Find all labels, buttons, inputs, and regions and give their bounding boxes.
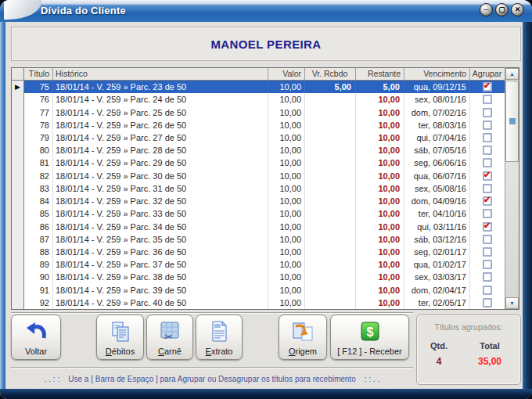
- maximize-button[interactable]: ▢: [495, 3, 509, 16]
- minimize-button[interactable]: ─: [480, 3, 493, 16]
- agrupar-checkbox[interactable]: [483, 120, 492, 130]
- cell-titulo: 80: [24, 144, 53, 156]
- header-titulo[interactable]: Título: [24, 68, 53, 80]
- table-row[interactable]: 76 18/01/14 - V. 259 » Parc. 24 de 50 10…: [12, 93, 505, 106]
- debitos-button[interactable]: Débitos: [96, 315, 144, 360]
- window-frame-bottom: [0, 389, 532, 399]
- header-vencimento[interactable]: Vencimento: [404, 68, 470, 80]
- table-row[interactable]: 80 18/01/14 - V. 259 » Parc. 28 de 50 10…: [12, 144, 505, 156]
- cell-restante: 10,00: [356, 233, 404, 246]
- cell-historico: 18/01/14 - V. 259 » Parc. 32 de 50: [53, 195, 268, 207]
- header-selector: [12, 68, 24, 80]
- client-name-panel: MANOEL PEREIRA: [11, 27, 521, 61]
- scrollbar-up-button[interactable]: ▲: [505, 68, 519, 80]
- header-historico[interactable]: Histórico: [53, 68, 268, 80]
- cell-vencimento: ter, 02/05/17: [404, 297, 470, 309]
- agrupar-checkbox[interactable]: [483, 146, 492, 155]
- agrupar-checkbox[interactable]: [483, 222, 492, 232]
- cell-historico: 18/01/14 - V. 259 » Parc. 36 de 50: [53, 246, 268, 258]
- agrupar-checkbox[interactable]: [483, 260, 492, 269]
- table-row[interactable]: 88 18/01/14 - V. 259 » Parc. 36 de 50 10…: [12, 246, 505, 258]
- agrupar-checkbox[interactable]: [483, 286, 492, 295]
- table-row[interactable]: 87 18/01/14 - V. 259 » Parc. 35 de 50 10…: [12, 233, 505, 246]
- agrupar-checkbox[interactable]: [483, 247, 492, 257]
- grid-header: Título Histórico Valor Vr. Rcbdo Restant…: [12, 68, 505, 81]
- cell-restante: 10,00: [356, 271, 404, 283]
- scrollbar-down-button[interactable]: ▼: [505, 297, 519, 309]
- cell-agrupar: [470, 207, 505, 220]
- agrupar-checkbox[interactable]: [483, 82, 492, 92]
- vertical-scrollbar[interactable]: ▲ ▼: [505, 68, 519, 309]
- voltar-button[interactable]: Voltar: [11, 315, 61, 360]
- cell-vr-rcbdo: [305, 271, 356, 283]
- table-row[interactable]: 77 18/01/14 - V. 259 » Parc. 25 de 50 10…: [12, 106, 505, 118]
- table-row[interactable]: 92 18/01/14 - V. 259 » Parc. 40 de 50 10…: [12, 297, 505, 309]
- titlebar[interactable]: Dívida do Cliente ─ ▢ ✕: [0, 0, 532, 22]
- cell-vr-rcbdo: [305, 195, 356, 207]
- table-row[interactable]: 82 18/01/14 - V. 259 » Parc. 30 de 50 10…: [12, 170, 505, 182]
- row-selector-cell: [12, 93, 24, 106]
- divida-do-cliente-window: Dívida do Cliente ─ ▢ ✕ MANOEL PEREIRA T…: [0, 0, 532, 399]
- agrupar-checkbox[interactable]: [483, 158, 492, 167]
- cell-vencimento: sáb, 03/12/16: [404, 233, 470, 246]
- status-divider: [11, 367, 413, 368]
- cell-vr-rcbdo: [305, 284, 356, 297]
- table-row[interactable]: 79 18/01/14 - V. 259 » Parc. 27 de 50 10…: [12, 131, 505, 144]
- table-row[interactable]: 86 18/01/14 - V. 259 » Parc. 34 de 50 10…: [12, 220, 505, 232]
- agrupar-checkbox[interactable]: [483, 171, 492, 181]
- table-row[interactable]: ▶ 75 18/01/14 - V. 259 » Parc. 23 de 50 …: [12, 81, 505, 93]
- cell-historico: 18/01/14 - V. 259 » Parc. 31 de 50: [53, 182, 268, 195]
- agrupar-checkbox[interactable]: [483, 298, 492, 307]
- cell-historico: 18/01/14 - V. 259 » Parc. 23 de 50: [53, 81, 268, 93]
- agrupar-checkbox[interactable]: [483, 235, 492, 244]
- table-row[interactable]: 89 18/01/14 - V. 259 » Parc. 37 de 50 10…: [12, 258, 505, 271]
- agrupar-checkbox[interactable]: [483, 196, 492, 206]
- header-valor[interactable]: Valor: [268, 68, 305, 80]
- cell-restante: 10,00: [356, 106, 404, 118]
- cell-agrupar: [470, 258, 505, 271]
- agrupar-checkbox[interactable]: [483, 95, 492, 104]
- cell-historico: 18/01/14 - V. 259 » Parc. 24 de 50: [53, 93, 268, 106]
- cell-titulo: 89: [24, 258, 53, 271]
- minimize-icon: ─: [483, 6, 488, 13]
- cell-valor: 10,00: [268, 246, 305, 258]
- scrollbar-thumb[interactable]: [505, 81, 519, 162]
- close-button[interactable]: ✕: [511, 3, 524, 16]
- cell-agrupar: [470, 144, 505, 156]
- agrupar-checkbox[interactable]: [483, 133, 492, 142]
- total-label: Total: [461, 341, 519, 350]
- cell-vr-rcbdo: [305, 258, 356, 271]
- cell-vencimento: qui, 03/11/16: [404, 220, 470, 232]
- carne-button[interactable]: ✂ Carnê: [146, 315, 193, 360]
- cell-agrupar: [470, 156, 505, 169]
- origem-button[interactable]: Origem: [279, 315, 327, 360]
- row-selector-cell: [12, 258, 24, 271]
- table-row[interactable]: 91 18/01/14 - V. 259 » Parc. 39 de 50 10…: [12, 284, 505, 297]
- total-value: 35,00: [461, 356, 519, 367]
- cell-agrupar: [470, 271, 505, 283]
- window-frame-left: [0, 22, 5, 399]
- agrupar-checkbox[interactable]: [483, 209, 492, 218]
- table-row[interactable]: 78 18/01/14 - V. 259 » Parc. 26 de 50 10…: [12, 119, 505, 131]
- cell-vr-rcbdo: [305, 156, 356, 169]
- window-title: Dívida do Cliente: [41, 5, 126, 16]
- header-agrupar[interactable]: Agrupar: [470, 68, 505, 80]
- header-restante[interactable]: Restante: [356, 68, 404, 80]
- cell-vencimento: dom, 04/09/16: [404, 195, 470, 207]
- cell-valor: 10,00: [268, 131, 305, 144]
- agrupar-checkbox[interactable]: [483, 184, 492, 193]
- cell-historico: 18/01/14 - V. 259 » Parc. 28 de 50: [53, 144, 268, 156]
- cell-historico: 18/01/14 - V. 259 » Parc. 33 de 50: [53, 207, 268, 220]
- table-row[interactable]: 81 18/01/14 - V. 259 » Parc. 29 de 50 10…: [12, 156, 505, 169]
- table-row[interactable]: 83 18/01/14 - V. 259 » Parc. 31 de 50 10…: [12, 182, 505, 195]
- header-vr-rcbdo[interactable]: Vr. Rcbdo: [305, 68, 356, 80]
- agrupar-checkbox[interactable]: [483, 108, 492, 117]
- row-selector-cell: [12, 207, 24, 220]
- table-row[interactable]: 84 18/01/14 - V. 259 » Parc. 32 de 50 10…: [12, 195, 505, 207]
- agrupar-checkbox[interactable]: [483, 272, 492, 282]
- receber-button[interactable]: $ [ F12 ] - Receber: [330, 315, 409, 360]
- extrato-button[interactable]: Extrato: [196, 315, 243, 360]
- table-row[interactable]: 85 18/01/14 - V. 259 » Parc. 33 de 50 10…: [12, 207, 505, 220]
- cell-valor: 10,00: [268, 207, 305, 220]
- table-row[interactable]: 90 18/01/14 - V. 259 » Parc. 38 de 50 10…: [12, 271, 505, 283]
